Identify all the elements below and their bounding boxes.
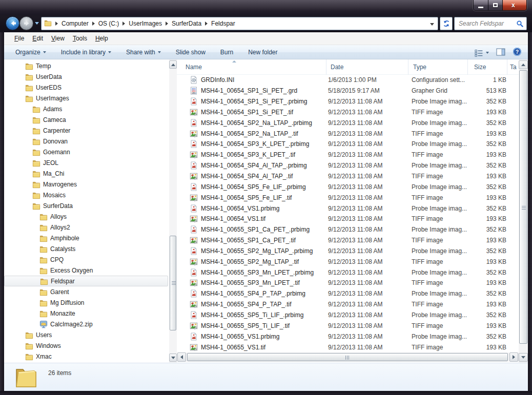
- tree-item-donovan[interactable]: Donovan: [4, 136, 169, 147]
- tree-item-userimages[interactable]: UserImages: [4, 93, 169, 103]
- file-row[interactable]: GRDInfo.INI1/6/2013 1:00 PMConfiguration…: [177, 75, 519, 86]
- file-row[interactable]: MSH4-1_00655_SP5_Ti_LIF_.tif9/12/2013 11…: [177, 320, 519, 331]
- file-row[interactable]: MSH4-1_00654_SP2_Na_LTAP_.prbimg9/12/201…: [177, 117, 519, 128]
- tree-item-catalysts[interactable]: Catalysts: [4, 243, 169, 254]
- recent-pages-caret-icon[interactable]: [35, 22, 39, 25]
- toolbar-new-folder-button[interactable]: New folder: [248, 49, 277, 56]
- file-row[interactable]: MSH4-1_00655_SP1_Ca_PET_.prbimg9/12/2013…: [177, 224, 519, 235]
- close-button[interactable]: x: [503, 0, 526, 11]
- tree-item-userdata[interactable]: UserData: [4, 71, 169, 82]
- tree-scroll-up-button[interactable]: [169, 60, 177, 69]
- tree-item-temp[interactable]: Temp: [4, 60, 169, 71]
- file-row[interactable]: MSH4-1_00654_SP4_Al_TAP_.tif9/12/2013 11…: [177, 171, 519, 182]
- menu-help[interactable]: Help: [91, 33, 112, 44]
- column-header-type[interactable]: Type: [408, 59, 468, 75]
- file-row[interactable]: MSH4-1_00655_SP5_Ti_LIF_.prbimg9/12/2013…: [177, 310, 519, 321]
- search-input[interactable]: [458, 18, 513, 29]
- refresh-button[interactable]: [440, 17, 453, 30]
- search-icon[interactable]: [516, 20, 524, 28]
- file-row[interactable]: MSH4-1_00655_SP4_P_TAP_.prbimg9/12/2013 …: [177, 288, 519, 299]
- tree-item-monazite[interactable]: Monazite: [4, 308, 169, 319]
- address-dropdown-caret-icon[interactable]: [430, 23, 434, 26]
- file-row[interactable]: MSH4-1_00654_SP1_Si_PET_.tif9/12/2013 11…: [177, 107, 519, 118]
- menu-tools[interactable]: Tools: [69, 33, 91, 44]
- file-list-horizontal-scrollbar[interactable]: [177, 352, 519, 362]
- address-bar[interactable]: ComputerOS (C:)UserImagesSurferDataFelds…: [41, 17, 438, 30]
- file-row[interactable]: MSH4-1_00654_SP3_K_LPET_.prbimg9/12/2013…: [177, 139, 519, 150]
- file-row[interactable]: MSH4-1_00654_SP3_K_LPET_.tif9/12/2013 11…: [177, 150, 519, 160]
- help-button[interactable]: ?: [513, 47, 522, 58]
- file-row[interactable]: MSH4-1_00655_SP3_Mn_LPET_.tif9/12/2013 1…: [177, 278, 519, 288]
- tree-item-alloys[interactable]: Alloys: [4, 211, 169, 222]
- tree-item-garent[interactable]: Garent: [4, 286, 169, 297]
- file-row[interactable]: MSH4-1_00654_VS1.tif9/12/2013 11:08 AMTI…: [177, 214, 519, 224]
- file-row[interactable]: MSH4-1_00654_SP1_Si_PET_.prbimg9/12/2013…: [177, 96, 519, 107]
- column-header-size[interactable]: Size: [468, 59, 507, 75]
- toolbar-include-in-library-button[interactable]: Include in library: [61, 49, 111, 56]
- tree-item-carpenter[interactable]: Carpenter: [4, 125, 169, 136]
- files-scroll-right-button[interactable]: [509, 352, 518, 362]
- tree-item-mavrogenes[interactable]: Mavrogenes: [4, 179, 169, 190]
- file-row[interactable]: MSH4-1_00655_SP2_Mg_LTAP_.tif9/12/2013 1…: [177, 256, 519, 267]
- tree-item-usereds[interactable]: UserEDS: [4, 82, 169, 93]
- tree-scrollbar[interactable]: [169, 59, 177, 363]
- breadcrumb-item[interactable]: UserImages: [129, 20, 162, 27]
- tree-item-mg-diffusion[interactable]: Mg Diffusion: [4, 297, 169, 308]
- tree-item-xmac[interactable]: Xmac: [4, 351, 169, 362]
- menu-edit[interactable]: Edit: [28, 33, 47, 44]
- tree-scrollbar-thumb[interactable]: [170, 236, 176, 330]
- change-view-button[interactable]: [475, 49, 489, 57]
- file-row[interactable]: MSH4-1_00654_SP5_Fe_LIF_.prbimg9/12/2013…: [177, 181, 519, 192]
- restore-button[interactable]: [488, 0, 503, 11]
- tree-item-goemann[interactable]: Goemann: [4, 147, 169, 157]
- tree-item-amphibole[interactable]: Amphibole: [4, 233, 169, 243]
- tree-item-ma-chi[interactable]: Ma_Chi: [4, 168, 169, 179]
- tree-item-windows[interactable]: Windows: [4, 340, 169, 351]
- column-header-ta[interactable]: Ta: [507, 59, 519, 75]
- file-row[interactable]: MSH4-1_00655_SP3_Mn_LPET_.prbimg9/12/201…: [177, 267, 519, 278]
- column-header-date[interactable]: Date: [326, 59, 408, 75]
- file-row[interactable]: MSH4-1_00655_SP1_Ca_PET_.tif9/12/2013 11…: [177, 235, 519, 246]
- menu-view[interactable]: View: [47, 33, 69, 44]
- toolbar-organize-button[interactable]: Organize: [15, 49, 46, 56]
- forward-button[interactable]: [19, 16, 33, 30]
- tree-item-alloys2[interactable]: Alloys2: [4, 222, 169, 233]
- breadcrumb-item[interactable]: Feldspar: [211, 20, 235, 27]
- file-row[interactable]: MSH4-1_00655_VS1.tif9/12/2013 11:08 AMTI…: [177, 342, 519, 352]
- file-row[interactable]: MSH4-1_00654_SP5_Fe_LIF_.tif9/12/2013 11…: [177, 192, 519, 203]
- file-row[interactable]: MSH4-1_00654_VS1.prbimg9/12/2013 11:08 A…: [177, 203, 519, 214]
- files-scroll-left-button[interactable]: [177, 352, 186, 362]
- files-hscrollbar-thumb[interactable]: [187, 353, 508, 361]
- files-scrollbar-thumb[interactable]: [519, 70, 527, 344]
- toolbar-burn-button[interactable]: Burn: [220, 49, 233, 56]
- file-row[interactable]: GRDMSH4-1_00654_SP1_Si_PET_.grd5/18/2015…: [177, 86, 519, 96]
- file-row[interactable]: MSH4-1_00655_VS1.prbimg9/12/2013 11:08 A…: [177, 331, 519, 342]
- file-row[interactable]: MSH4-1_00654_SP4_Al_TAP_.prbimg9/12/2013…: [177, 160, 519, 171]
- preview-pane-button[interactable]: [496, 48, 505, 58]
- breadcrumb-item[interactable]: SurferData: [172, 20, 201, 27]
- files-scroll-up-button[interactable]: [519, 60, 528, 69]
- tree-item-mosaics[interactable]: Mosaics: [4, 190, 169, 200]
- toolbar-slide-show-button[interactable]: Slide show: [176, 49, 206, 56]
- tree-item-cameca[interactable]: Cameca: [4, 114, 169, 125]
- back-button[interactable]: [6, 16, 19, 30]
- files-scroll-down-button[interactable]: [519, 353, 528, 362]
- tree-item-calcimage2-zip[interactable]: CalcImage2.zip: [4, 319, 169, 329]
- tree-item-users[interactable]: Users: [4, 329, 169, 340]
- tree-item-cpq[interactable]: CPQ: [4, 254, 169, 265]
- tree-item-feldspar[interactable]: Feldspar: [4, 276, 168, 286]
- toolbar-share-with-button[interactable]: Share with: [126, 49, 161, 56]
- column-header-name[interactable]: Name: [177, 59, 326, 75]
- file-list-vertical-scrollbar[interactable]: [519, 59, 528, 363]
- file-row[interactable]: MSH4-1_00654_SP2_Na_LTAP_.tif9/12/2013 1…: [177, 128, 519, 139]
- tree-item-adams[interactable]: Adams: [4, 103, 169, 114]
- tree-item-surferdata[interactable]: SurferData: [4, 200, 169, 211]
- title-bar[interactable]: [0, 0, 532, 15]
- breadcrumb-item[interactable]: OS (C:): [98, 20, 119, 27]
- tree-item-excess-oxygen[interactable]: Excess Oxygen: [4, 265, 169, 276]
- tree-scroll-down-button[interactable]: [169, 354, 177, 362]
- breadcrumb-item[interactable]: Computer: [62, 20, 89, 27]
- file-row[interactable]: MSH4-1_00655_SP4_P_TAP_.tif9/12/2013 11:…: [177, 299, 519, 310]
- file-row[interactable]: MSH4-1_00655_SP2_Mg_LTAP_.prbimg9/12/201…: [177, 246, 519, 257]
- tree-item-jeol[interactable]: JEOL: [4, 157, 169, 168]
